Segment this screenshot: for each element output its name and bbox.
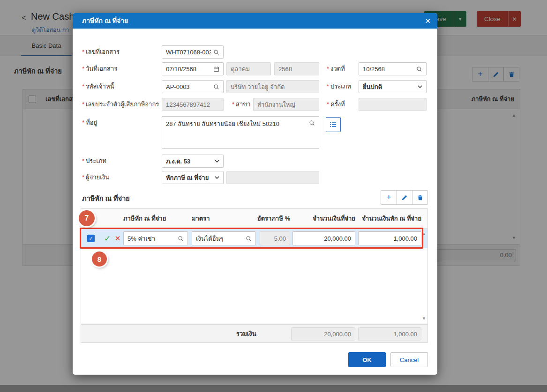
chevron-down-icon	[215, 160, 219, 163]
cross-icon: ✕	[115, 234, 121, 243]
doc-no-input[interactable]: WHT071068-002	[162, 45, 224, 59]
delete-row-button[interactable]	[412, 191, 427, 204]
doc-date-label: *วันที่เอกสาร	[82, 62, 117, 75]
chevron-down-icon	[418, 85, 422, 88]
branch-label: *สาขา	[232, 98, 250, 111]
calendar-icon[interactable]	[213, 66, 219, 72]
year-field: 2568	[274, 62, 319, 75]
grid-editing-row[interactable]: ✓ ✓ ✕ 5% ค่าเช่า เงินได้อื่นๆ 5.00	[81, 229, 427, 248]
vendor-name-field: บริษัท วายโอยู จำกัด	[226, 80, 319, 93]
annotation-step-7-badge: 7	[79, 210, 95, 226]
vendor-code-input[interactable]: AP-0003	[162, 80, 224, 93]
address-input[interactable]: 287 สันทราย สันทรายน้อย เชียงใหม่ 50210	[162, 116, 319, 149]
submit-type-label: *ประเภท	[327, 80, 351, 93]
grid-section-title: ภาษีหัก ณ ที่จ่าย	[82, 193, 130, 204]
amount-paid-input[interactable]: 20,000.00	[292, 231, 355, 245]
search-icon[interactable]	[416, 66, 422, 72]
pencil-icon	[401, 194, 408, 201]
time-no-label: *ครั้งที่	[327, 98, 345, 111]
grid-header-row: ภาษีหัก ณ ที่จ่าย มาตรา อัตราภาษี % จำนว…	[81, 209, 427, 229]
annotation-step-8-badge: 8	[92, 251, 107, 266]
check-icon: ✓	[104, 234, 111, 244]
month-field: ตุลาคม	[226, 62, 271, 75]
income-section-input[interactable]: เงินได้อื่นๆ	[192, 231, 256, 245]
wht-modal: ภาษีหัก ณ ที่จ่าย ✕ *เลขที่เอกสาร WHT071…	[73, 13, 437, 375]
screen: < New Cash ดูวิดีโอสอน กา Save ▼ Close ✕…	[0, 0, 547, 392]
total-amount-paid-field: 20,000.00	[291, 327, 355, 340]
grid-header-wht-type: ภาษีหัก ณ ที่จ่าย	[123, 209, 166, 229]
plus-icon: +	[386, 193, 391, 201]
scroll-up-icon[interactable]: ▲	[422, 231, 426, 236]
address-list-button[interactable]	[326, 117, 341, 132]
time-no-field	[359, 98, 427, 111]
tax-id-label: *เลขประจำตัวผู้เสียภาษีอากร	[82, 98, 159, 111]
list-icon	[330, 121, 337, 128]
chevron-down-icon	[215, 176, 219, 179]
search-icon[interactable]	[213, 49, 219, 55]
confirm-row-button[interactable]: ✓	[103, 233, 112, 244]
cancel-button[interactable]: Cancel	[390, 352, 428, 367]
payer-label: *ผู้จ่ายเงิน	[82, 171, 109, 184]
modal-title: ภาษีหัก ณ ที่จ่าย	[82, 13, 128, 29]
total-label: รวมเงิน	[236, 325, 256, 343]
cancel-row-button[interactable]: ✕	[113, 233, 122, 244]
grid-header-amount-paid: จำนวนเงินที่จ่าย	[292, 209, 355, 229]
doc-date-input[interactable]: 07/10/2568	[162, 62, 224, 75]
edit-row-button[interactable]	[397, 191, 412, 204]
doc-no-label: *เลขที่เอกสาร	[82, 45, 120, 59]
tax-id-field: 1234567897412	[162, 98, 224, 111]
add-row-button[interactable]: +	[381, 191, 397, 204]
search-icon[interactable]	[246, 236, 252, 242]
grid-header-section: มาตรา	[192, 209, 210, 229]
wht-amount-input[interactable]: 1,000.00	[358, 231, 421, 245]
row-checkbox[interactable]: ✓	[87, 235, 95, 242]
grid-toolbar: +	[381, 190, 428, 205]
search-icon[interactable]	[178, 236, 184, 242]
scroll-down-icon[interactable]: ▼	[422, 316, 426, 321]
grid-header-rate: อัตราภาษี %	[250, 209, 290, 229]
branch-field: สำนักงานใหญ่	[253, 98, 319, 111]
search-icon[interactable]	[213, 84, 219, 90]
address-label: *ที่อยู่	[82, 116, 97, 129]
wht-type-input[interactable]: 5% ค่าเช่า	[123, 231, 188, 245]
total-wht-amount-field: 1,000.00	[358, 327, 421, 340]
grid-footer: รวมเงิน 20,000.00 1,000.00	[81, 324, 428, 343]
grid-header-wht-amount: จำนวนเงินหัก ณ ที่จ่าย	[351, 209, 421, 229]
tax-rate-field: 5.00	[260, 231, 290, 245]
payer-select[interactable]: หักภาษี ณ ที่จ่าย	[162, 171, 224, 184]
ok-button[interactable]: OK	[348, 352, 386, 367]
trash-icon	[417, 194, 423, 201]
modal-header: ภาษีหัก ณ ที่จ่าย ✕	[73, 13, 437, 29]
payer-extra-field	[226, 171, 319, 184]
period-label: *งวดที่	[327, 62, 345, 75]
form-type-label: *ประเภท	[82, 155, 106, 168]
modal-close-icon[interactable]: ✕	[425, 13, 431, 29]
submit-type-select[interactable]: ยื่นปกติ	[359, 80, 427, 93]
vendor-code-label: *รหัสเจ้าหนี้	[82, 80, 114, 93]
search-icon[interactable]	[309, 120, 315, 127]
form-type-select[interactable]: ภ.ง.ด. 53	[162, 155, 224, 168]
wht-grid: ภาษีหัก ณ ที่จ่าย มาตรา อัตราภาษี % จำนว…	[81, 208, 428, 324]
period-input[interactable]: 10/2568	[359, 62, 427, 75]
